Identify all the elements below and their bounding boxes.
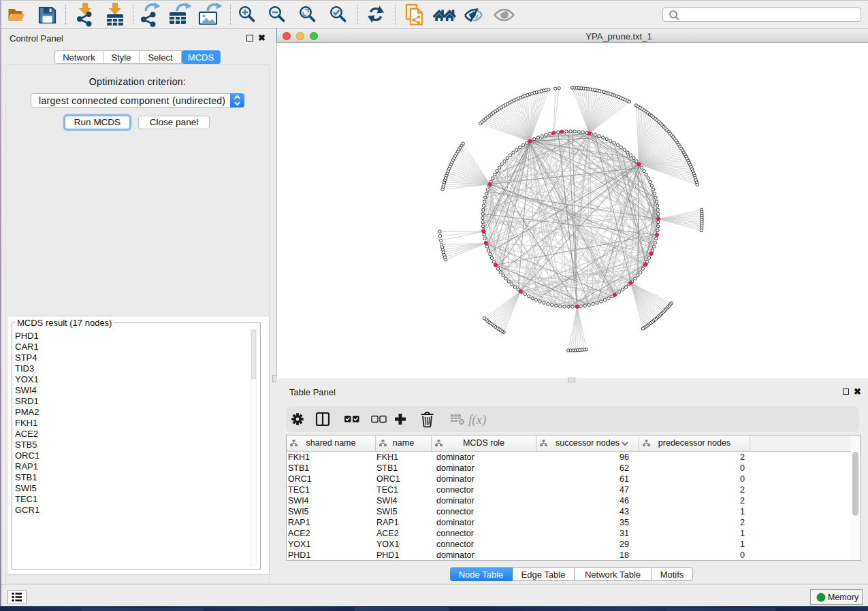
svg-text:f(x): f(x) bbox=[468, 412, 486, 427]
